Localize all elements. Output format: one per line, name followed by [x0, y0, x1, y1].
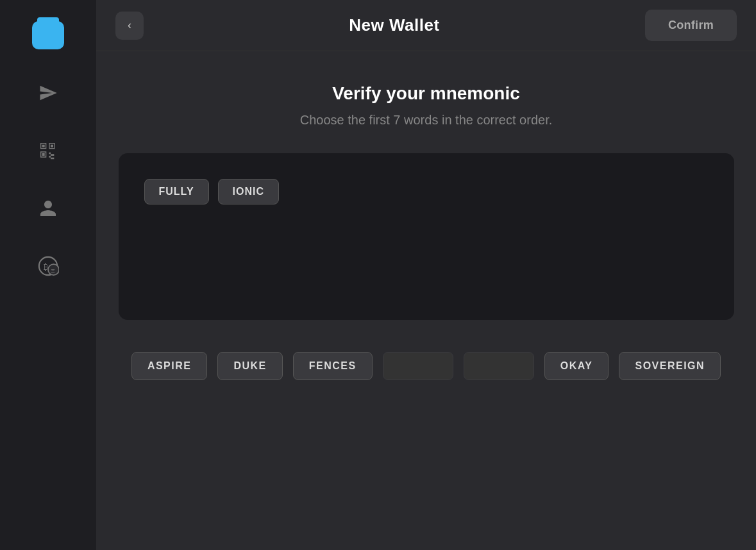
sidebar-item-send[interactable] [32, 77, 64, 109]
page-title: New Wallet [349, 15, 439, 35]
word-choice-duke[interactable]: DUKE [217, 352, 282, 380]
user-icon [38, 199, 58, 218]
selected-word-1[interactable]: FULLY [144, 179, 209, 204]
sidebar-item-qr[interactable] [32, 135, 64, 167]
content-area: Verify your mnemonic Choose the first 7 … [96, 51, 756, 550]
header: ‹ New Wallet Confirm [96, 0, 756, 51]
chevron-left-icon: ‹ [128, 19, 131, 32]
verify-subtitle: Choose the first 7 words in the correct … [300, 113, 553, 128]
back-button[interactable]: ‹ [115, 12, 144, 40]
selected-word-2[interactable]: IONIC [218, 179, 279, 204]
sidebar-item-user[interactable] [32, 192, 64, 224]
crypto-icon: ₿ Ξ [37, 255, 59, 277]
word-choice-okay[interactable]: OKAY [544, 352, 609, 380]
word-choices-area: ASPIRE DUKE FENCES OKAY SOVEREIGN [119, 352, 734, 380]
word-choice-hidden-1[interactable] [383, 352, 453, 380]
wallet-icon [32, 21, 64, 49]
word-choice-aspire[interactable]: ASPIRE [131, 352, 208, 380]
main-content: ‹ New Wallet Confirm Verify your mnemoni… [96, 0, 756, 550]
sidebar: ₿ Ξ [0, 0, 96, 550]
word-choice-hidden-2[interactable] [464, 352, 534, 380]
word-choice-sovereign[interactable]: SOVEREIGN [619, 352, 721, 380]
svg-text:Ξ: Ξ [51, 267, 55, 274]
sidebar-item-crypto[interactable]: ₿ Ξ [32, 250, 64, 282]
sidebar-item-wallet[interactable] [32, 19, 64, 51]
send-icon [38, 83, 58, 103]
selected-words-area: FULLY IONIC [119, 153, 734, 320]
qr-icon [38, 140, 58, 161]
verify-title: Verify your mnemonic [332, 83, 520, 104]
confirm-button[interactable]: Confirm [645, 10, 737, 41]
word-choice-fences[interactable]: FENCES [293, 352, 373, 380]
svg-text:₿: ₿ [44, 262, 48, 272]
